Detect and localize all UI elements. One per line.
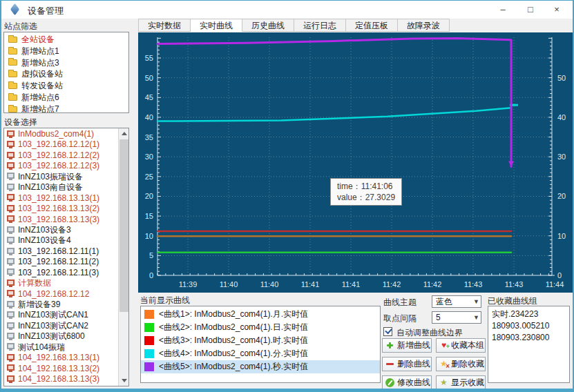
add-curve-button[interactable]: 新增曲线 — [382, 338, 432, 353]
realtime-chart[interactable]: 05101520253035404550550102030405011:3911… — [138, 32, 573, 293]
station-item[interactable]: 新增站点3 — [4, 57, 128, 69]
device-monitor-icon — [7, 268, 15, 275]
curve-legend-item[interactable]: <曲线3>: InModbus2_com4(1).时.实时值 — [141, 334, 380, 347]
device-label: InNZ103振瑞设备 — [18, 172, 83, 182]
device-item[interactable]: InNZ103设备3 — [4, 225, 118, 235]
delete-favorite-button[interactable]: 删除收藏 — [436, 357, 486, 371]
station-list[interactable]: 全站设备新增站点1新增站点3虚拟设备站转发设备站新增站点6新增站点7 — [3, 32, 129, 113]
device-item[interactable]: 103_192.168.12.12(3) — [4, 161, 118, 171]
tab-定值压板[interactable]: 定值压板 — [346, 19, 398, 32]
device-list[interactable]: InModbus2_com4(1)103_192.168.12.12(1)103… — [3, 128, 129, 386]
button-label: 收藏本组 — [451, 340, 484, 351]
favorite-group-item[interactable]: 180903.005210 — [488, 320, 569, 332]
curve-legend-item[interactable]: <曲线2>: InModbus2_com4(1).日.实时值 — [141, 321, 380, 334]
svg-text:35: 35 — [145, 133, 153, 141]
station-item[interactable]: 新增站点7 — [4, 104, 128, 113]
device-item[interactable]: 计算数据 — [4, 278, 118, 288]
device-item[interactable]: 104_192.168.13.13(2) — [4, 364, 118, 374]
curve-legend-item[interactable]: <曲线5>: InModbus2_com4(1).秒.实时值 — [141, 360, 380, 373]
favorites-list[interactable]: 实时.234223180903.005210180903.230800 — [488, 306, 570, 383]
station-item[interactable]: 新增站点6 — [4, 92, 128, 104]
device-label: 103_192.168.13.13(1) — [18, 193, 99, 204]
device-item[interactable]: 新增设备39 — [4, 300, 118, 310]
close-button[interactable]: × — [545, 1, 568, 19]
device-item[interactable]: 测试104振瑞 — [4, 342, 118, 353]
device-item[interactable]: InNZ103设备4 — [4, 235, 118, 246]
device-label: InNZ103测试6800 — [18, 331, 85, 342]
device-item[interactable]: InNZ103南自设备 — [4, 182, 118, 193]
station-item[interactable]: 新增站点1 — [4, 46, 128, 57]
svg-text:50: 50 — [557, 74, 566, 82]
maximize-button[interactable]: □ — [519, 1, 542, 19]
scroll-down-icon[interactable] — [119, 375, 129, 386]
device-label: 计算数据 — [18, 278, 51, 288]
station-item[interactable]: 虚拟设备站 — [4, 68, 128, 80]
tab-运行日志[interactable]: 运行日志 — [294, 19, 346, 32]
device-monitor-icon — [7, 343, 15, 349]
minimize-button[interactable]: – — [491, 1, 515, 19]
device-monitor-icon — [7, 141, 15, 147]
favorite-group-item[interactable]: 实时.234223 — [488, 308, 569, 320]
tab-实时曲线[interactable]: 实时曲线 — [191, 19, 242, 32]
chevron-down-icon: ▼ — [473, 296, 479, 307]
chart-canvas[interactable]: 05101520253035404550550102030405011:3911… — [138, 32, 573, 293]
scroll-up-icon[interactable] — [119, 128, 129, 139]
tab-故障录波[interactable]: 故障录波 — [398, 19, 450, 32]
tooltip-time: time：11:41:06 — [337, 181, 395, 192]
device-item[interactable]: 103_192.168.12.11(2) — [4, 257, 118, 267]
curve-legend-item[interactable]: <曲线4>: InModbus2_com4(1).分.实时值 — [141, 347, 380, 360]
titlebar[interactable]: 设备管理 – □ × — [1, 1, 573, 19]
device-label: 103_192.168.12.12(1) — [18, 139, 99, 150]
curve-color-swatch — [144, 362, 154, 371]
device-item[interactable]: 103_192.168.12.11(1) — [4, 246, 118, 257]
station-label: 新增站点6 — [21, 92, 59, 104]
device-item[interactable]: InNZ103测试CAN2 — [4, 321, 118, 331]
station-label: 全站设备 — [21, 34, 55, 46]
show-favorite-button[interactable]: 显示收藏 — [436, 375, 486, 390]
station-label: 虚拟设备站 — [21, 68, 63, 80]
device-item[interactable]: 104_192.168.12.12 — [4, 289, 118, 300]
device-item[interactable]: 103_192.168.12.12(2) — [4, 150, 118, 161]
device-monitor-icon — [7, 301, 15, 307]
favorite-group-item[interactable]: 180903.230800 — [488, 332, 569, 344]
device-label: 103_192.168.13.13(2) — [18, 204, 99, 214]
station-item[interactable]: 转发设备站 — [4, 80, 128, 92]
device-item[interactable]: 104_192.168.13.13(1) — [4, 353, 118, 363]
device-item[interactable]: InNZ103测试6800 — [4, 331, 118, 342]
favorite-group-button[interactable]: 收藏本组 — [436, 338, 486, 353]
device-item[interactable]: 103_192.168.12.12(1) — [4, 139, 118, 150]
autofit-checkbox[interactable] — [383, 327, 392, 336]
device-item[interactable]: 103_192.168.13.13(1) — [4, 193, 118, 204]
curve-legend-item[interactable]: <曲线1>: InModbus2_com4(1).月.实时值 — [141, 308, 380, 321]
tab-实时数据[interactable]: 实时数据 — [138, 19, 191, 32]
chart-tooltip: time：11:41:06 value：27.3029 — [330, 178, 402, 206]
curve-theme-select[interactable]: 蓝色 ▼ — [432, 295, 481, 308]
device-item[interactable]: InModbus2_com4(1) — [4, 129, 118, 139]
device-item[interactable]: 104_192.168.13.13(3) — [4, 374, 118, 384]
device-item[interactable]: 103_192.168.12.11(3) — [4, 268, 118, 278]
tab-历史曲线[interactable]: 历史曲线 — [242, 19, 294, 32]
device-label: 104_192.168.13.13(1) — [18, 353, 99, 363]
device-select-title: 设备选择 — [4, 117, 37, 128]
point-interval-value: 5 — [436, 312, 441, 323]
folder-icon — [8, 37, 17, 43]
edit-curve-button[interactable]: 修改曲线 — [382, 375, 432, 390]
device-label: 103_192.168.12.11(3) — [18, 268, 99, 278]
device-label: 103_192.168.12.12(2) — [18, 150, 99, 161]
app-icon — [10, 3, 19, 16]
station-item[interactable]: 全站设备 — [4, 34, 128, 46]
point-interval-select[interactable]: 5 ▼ — [432, 311, 481, 324]
delete-curve-button[interactable]: 删除曲线 — [382, 357, 432, 371]
scrollbar-thumb[interactable] — [119, 139, 128, 312]
svg-text:20: 20 — [557, 192, 566, 200]
button-label: 删除曲线 — [397, 358, 430, 370]
favorite-group-icon — [439, 341, 448, 350]
window-title: 设备管理 — [28, 5, 64, 17]
curve-legend-list[interactable]: <曲线1>: InModbus2_com4(1).月.实时值<曲线2>: InM… — [140, 306, 381, 383]
device-item[interactable]: InNZ103测试CAN1 — [4, 310, 118, 320]
device-item[interactable]: 103_192.168.13.13(3) — [4, 215, 118, 225]
device-item[interactable]: 103_192.168.13.13(2) — [4, 204, 118, 214]
curve-color-swatch — [144, 310, 154, 319]
device-item[interactable]: InNZ103振瑞设备 — [4, 172, 118, 182]
device-list-scrollbar[interactable] — [118, 128, 128, 386]
